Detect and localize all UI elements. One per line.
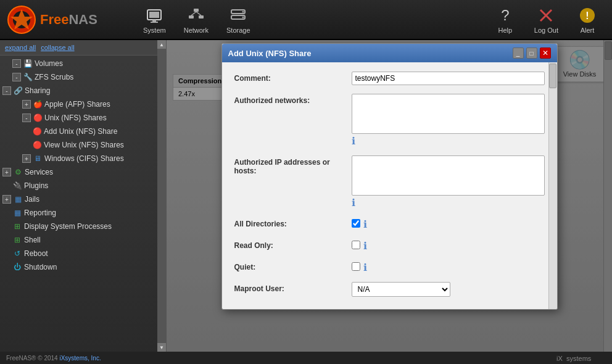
sidebar-item-label-add-nfs: Add Unix (NFS) Share [44, 127, 117, 136]
expand-apple[interactable]: + [22, 100, 31, 109]
ips-info-icon[interactable]: ℹ [352, 197, 545, 209]
expand-services[interactable]: + [2, 168, 11, 176]
sidebar-item-jails[interactable]: + ▦ Jails [0, 192, 166, 206]
svg-rect-6 [151, 22, 158, 23]
expand-all-link[interactable]: expand all [5, 44, 36, 51]
sidebar-item-cifs[interactable]: + 🖥 Windows (CIFS) Shares [0, 152, 166, 165]
nav-help-label: Help [498, 27, 513, 34]
sidebar-item-zfs-scrubs[interactable]: - 🔧 ZFS Scrubs [0, 70, 166, 84]
network-icon [186, 6, 206, 25]
sidebar-item-reporting[interactable]: ▦ Reporting [0, 206, 166, 220]
networks-textarea[interactable] [352, 94, 545, 134]
all-dirs-label: All Directories: [234, 217, 352, 228]
nav-network-label: Network [184, 27, 209, 34]
all-dirs-info-icon[interactable]: ℹ [363, 218, 367, 230]
quiet-label: Quiet: [234, 260, 352, 271]
svg-point-15 [242, 16, 244, 18]
svg-text:systems: systems [566, 355, 592, 362]
svg-text:iX: iX [556, 355, 563, 362]
services-icon: ⚙ [13, 167, 23, 177]
readonly-label: Read Only: [234, 239, 352, 250]
nav-storage[interactable]: Storage [219, 2, 258, 37]
all-dirs-control: ℹ [352, 217, 545, 230]
svg-line-11 [196, 12, 201, 15]
expand-sharing[interactable]: - [2, 86, 11, 95]
nav-system-label: System [143, 27, 166, 34]
sidebar-item-reboot[interactable]: ↺ Reboot [0, 247, 166, 260]
sidebar-item-view-nfs[interactable]: 🔴 View Unix (NFS) Shares [0, 138, 166, 152]
plugins-icon: 🔌 [12, 181, 22, 191]
footer-link[interactable]: iXsystems, Inc. [59, 355, 101, 362]
dialog-title: Add Unix (NFS) Share [228, 49, 312, 58]
comment-control [352, 72, 545, 85]
expand-zfs[interactable]: - [12, 73, 21, 81]
sidebar-item-display-processes[interactable]: ⊞ Display System Processes [0, 220, 166, 233]
svg-rect-9 [199, 15, 204, 19]
apple-shares-icon: 🍎 [33, 99, 43, 109]
dialog-minimize-btn[interactable]: _ [513, 48, 524, 59]
comment-input[interactable] [352, 72, 545, 85]
expand-jails[interactable]: + [2, 195, 11, 204]
shell-icon: ⊞ [12, 235, 22, 245]
ips-label: Authorized IP addresses or hosts: [234, 155, 352, 175]
jails-icon: ▦ [13, 194, 23, 204]
sidebar-scroll-up[interactable]: ▲ [157, 40, 166, 49]
collapse-all-link[interactable]: collapse all [41, 44, 74, 51]
sidebar-item-volumes[interactable]: - 💾 Volumes [0, 57, 166, 70]
sidebar-item-label-apple: Apple (AFP) Shares [44, 100, 110, 109]
sidebar-item-shutdown[interactable]: ⏻ Shutdown [0, 260, 166, 274]
sidebar-item-shell[interactable]: ⊞ Shell [0, 233, 166, 247]
logout-icon [536, 6, 556, 25]
quiet-control: ℹ [352, 260, 545, 273]
sidebar-item-services[interactable]: + ⚙ Services [0, 165, 166, 179]
svg-line-10 [191, 12, 196, 15]
form-row-readonly: Read Only: ℹ [234, 239, 545, 252]
nav-network[interactable]: Network [176, 2, 216, 37]
sidebar-item-sharing[interactable]: - 🔗 Sharing [0, 84, 166, 97]
shutdown-icon: ⏻ [12, 262, 22, 272]
sidebar-item-label-jails: Jails [25, 195, 39, 204]
expand-nfs[interactable]: - [22, 114, 31, 122]
form-row-all-dirs: All Directories: ℹ [234, 217, 545, 230]
storage-icon [228, 6, 248, 25]
sidebar-item-plugins[interactable]: 🔌 Plugins [0, 179, 166, 192]
sidebar-item-label-plugins: Plugins [24, 181, 48, 190]
comment-label: Comment: [234, 72, 352, 83]
nav-logout[interactable]: Log Out [527, 2, 566, 37]
maproot-label: Maproot User: [234, 282, 352, 293]
readonly-checkbox[interactable] [352, 241, 360, 249]
quiet-info-icon[interactable]: ℹ [363, 262, 367, 273]
footer-copyright: FreeNAS® © 2014 iXsystems, Inc. [6, 355, 101, 362]
display-processes-icon: ⊞ [12, 221, 22, 231]
dialog-close-btn[interactable]: ✕ [540, 48, 551, 59]
nav-alert[interactable]: ! Alert [569, 2, 606, 37]
maproot-select[interactable]: N/A root nobody [352, 282, 450, 297]
zfs-scrubs-icon: 🔧 [23, 72, 33, 82]
dialog-maximize-btn[interactable]: □ [526, 48, 537, 59]
dialog-scrollbar-thumb [549, 64, 556, 88]
svg-rect-5 [152, 20, 156, 22]
sidebar-scroll-down[interactable]: ▼ [157, 343, 166, 352]
nav-help[interactable]: ? Help [487, 2, 524, 37]
svg-rect-8 [189, 15, 194, 19]
expand-cifs[interactable]: + [22, 154, 31, 163]
sidebar-item-label-display: Display System Processes [24, 222, 112, 231]
quiet-checkbox[interactable] [352, 262, 360, 271]
content-area: 💿 View Disks Compression Ratio Status 2.… [167, 40, 612, 352]
sidebar-item-apple-shares[interactable]: + 🍎 Apple (AFP) Shares [0, 97, 166, 111]
sidebar-item-add-nfs[interactable]: 🔴 Add Unix (NFS) Share [0, 125, 166, 138]
nfs-icon: 🔴 [33, 113, 43, 123]
sidebar-item-label-volumes: Volumes [35, 59, 63, 68]
readonly-info-icon[interactable]: ℹ [363, 240, 367, 252]
readonly-control: ℹ [352, 239, 545, 252]
system-icon [144, 6, 164, 25]
dialog-scrollbar[interactable] [548, 62, 557, 309]
networks-info-icon[interactable]: ℹ [352, 135, 545, 147]
sidebar-item-unix-nfs[interactable]: - 🔴 Unix (NFS) Shares [0, 111, 166, 125]
ips-textarea[interactable] [352, 155, 545, 196]
all-dirs-checkbox[interactable] [352, 219, 360, 228]
help-icon: ? [495, 6, 515, 25]
nav-system[interactable]: System [136, 2, 173, 37]
form-row-ips: Authorized IP addresses or hosts: ℹ [234, 155, 545, 209]
expand-volumes[interactable]: - [12, 59, 21, 68]
